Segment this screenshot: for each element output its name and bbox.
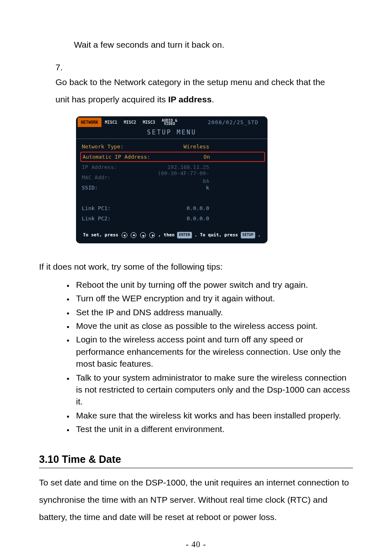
tab-misc1: MISC1	[101, 118, 120, 127]
tip-item: Reboot the unit by turning off the power…	[74, 279, 353, 291]
tip-item: Turn off the WEP encryption and try it a…	[74, 292, 353, 304]
tip-item: Set the IP and DNS address manually.	[74, 306, 353, 318]
tip-item: Login to the wireless access point and t…	[74, 333, 353, 370]
setup-row-label: Automatic IP Address:	[83, 153, 152, 161]
section-heading: 3.10 Time & Date	[39, 452, 353, 469]
tip-item: Move the unit as close as possible to th…	[74, 320, 353, 332]
setup-row-value: 0.0.0.0	[152, 215, 209, 223]
tip-item: Test the unit in a different environment…	[74, 423, 353, 435]
tip-item: Make sure that the wireless kit works an…	[74, 409, 353, 421]
setup-row: MAC Addr:(00-30-4F-77-09-BA	[82, 172, 263, 183]
tip-item: Talk to your system administrator to mak…	[74, 372, 353, 408]
tips-intro: If it does not work, try some of the fol…	[39, 260, 353, 274]
setup-row-label: IP Address:	[82, 163, 152, 171]
setup-row-value: Wireless	[152, 143, 209, 151]
setup-hint: To set, press , then ENTER . To quit, pr…	[76, 229, 267, 244]
setup-row: Automatic IP Address:On	[80, 152, 265, 162]
setup-row: SSID:k	[82, 183, 263, 193]
arrow-up-icon	[131, 232, 136, 238]
setup-row	[82, 193, 263, 203]
tab-audio-video: AUDIO &VIDEO	[158, 117, 180, 127]
arrow-right-icon	[149, 232, 155, 238]
section-body: To set date and time on the DSP-1000, th…	[39, 474, 353, 526]
setup-title: SETUP MENU	[76, 128, 267, 139]
setup-row-label: Link PC2:	[82, 215, 152, 223]
setup-row-label: SSID:	[82, 184, 152, 192]
step-7: 7. Go back to the Network category in th…	[55, 61, 353, 109]
step-text: Go back to the Network category in the s…	[55, 74, 332, 108]
setup-row-value: k	[152, 184, 209, 192]
setup-date: 2008/02/25_STD	[208, 118, 266, 127]
setup-row: Network Type:Wireless	[82, 141, 263, 152]
tab-network: NETWORK	[78, 118, 101, 127]
enter-key-icon: ENTER	[177, 232, 191, 238]
page-number: - 40 -	[39, 538, 353, 550]
tab-row: NETWORK MISC1 MISC2 MISC3 AUDIO &VIDEO 2…	[76, 116, 267, 128]
setup-row-label: Network Type:	[82, 143, 152, 151]
setup-menu-screenshot: NETWORK MISC1 MISC2 MISC3 AUDIO &VIDEO 2…	[76, 116, 267, 243]
tab-misc2: MISC2	[120, 118, 139, 127]
tab-misc3: MISC3	[139, 118, 158, 127]
setup-row-value: 0.0.0.0	[152, 204, 209, 213]
arrow-down-icon	[140, 232, 146, 238]
setup-key-icon: SETUP	[241, 232, 255, 238]
setup-row-label: Link PC1:	[82, 204, 152, 213]
setup-row: Link PC2:0.0.0.0	[82, 213, 263, 224]
tips-list: Reboot the unit by turning off the power…	[74, 279, 353, 435]
setup-row: Link PC1:0.0.0.0	[82, 203, 263, 213]
setup-row-value: On	[152, 153, 210, 161]
setup-body: Network Type:WirelessAutomatic IP Addres…	[76, 139, 267, 229]
setup-row-value: (00-30-4F-77-09-BA	[152, 169, 209, 185]
step-number: 7.	[55, 61, 74, 74]
arrow-left-icon	[122, 232, 127, 238]
setup-row-label: MAC Addr:	[82, 173, 152, 182]
step-6-text: Wait a few seconds and turn it back on.	[74, 37, 353, 53]
